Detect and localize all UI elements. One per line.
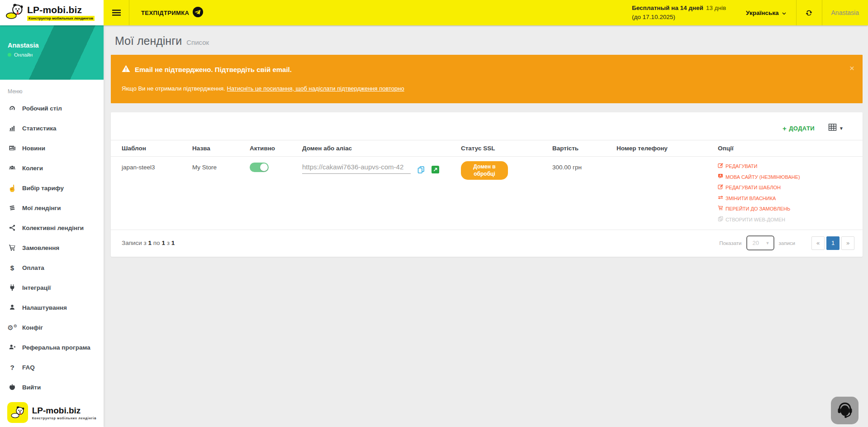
app: LP-mobi.biz Конструктор мобильных лендин… <box>0 0 868 427</box>
external-link-icon[interactable] <box>432 166 439 175</box>
trial-info: Бесплатный на 14 дней13 днів (до 17.10.2… <box>632 0 736 25</box>
option-go-to-orders[interactable]: ПЕРЕЙТИ ДО ЗАМОВЛЕНЬ <box>718 204 855 215</box>
trial-days-left: 13 днів <box>706 5 726 11</box>
tariff-hand-icon: ☝ <box>8 185 17 192</box>
exchange-icon <box>718 193 723 204</box>
headset-icon <box>836 401 854 421</box>
landings-panel: + ДОДАТИ ▼ Шаблон Назва Активно Домен аб… <box>111 112 863 257</box>
sidebar-user-status: Онлайн <box>8 52 104 58</box>
cell-domain <box>299 157 457 230</box>
page-1-button[interactable]: 1 <box>826 236 840 250</box>
table-header-row: Шаблон Назва Активно Домен або аліас Ста… <box>111 140 863 157</box>
cell-price: 300.00 грн <box>549 157 613 230</box>
cart-icon <box>8 244 17 251</box>
sidebar-nav: Робочий стіл Статистика Новини Колеги ☝ … <box>0 98 104 397</box>
prev-page-button[interactable]: « <box>811 236 825 250</box>
dollar-icon: $ <box>8 264 17 271</box>
chevron-down-icon <box>782 10 786 16</box>
sidebar-item-settings[interactable]: Налаштування <box>0 297 104 317</box>
refresh-icon[interactable] <box>797 0 822 25</box>
spacer <box>215 0 632 25</box>
landings-icon <box>8 204 17 211</box>
plug-icon <box>8 284 17 291</box>
sidebar-item-collective-landings[interactable]: Колективні лендінги <box>0 218 104 238</box>
active-toggle[interactable] <box>250 163 269 172</box>
caret-down-icon: ▼ <box>839 126 844 131</box>
alert-text: Якщо Ви не отримали підтвердження. <box>122 85 225 92</box>
alert-title: Email не підтверджено. Підтвердіть свій … <box>135 66 292 73</box>
power-icon <box>8 384 17 391</box>
dashboard-icon <box>8 105 17 112</box>
sidebar-item-news[interactable]: Новини <box>0 138 104 158</box>
records-info: Записи з 1 по 1 з 1 <box>122 240 175 246</box>
option-site-language[interactable]: МОВА САЙТУ (НЕЗМІНЮВАНЕ) <box>718 172 855 183</box>
dog-mascot-icon <box>5 3 24 22</box>
hamburger-menu-icon[interactable] <box>104 0 129 25</box>
records-label: записи <box>779 240 796 246</box>
domain-input[interactable] <box>302 162 411 174</box>
option-edit[interactable]: РЕДАГУВАТИ <box>718 161 855 172</box>
col-name: Назва <box>189 140 246 156</box>
main-content: Мої лендінги Список Email не підтверджен… <box>104 25 868 427</box>
sidebar-item-referral[interactable]: Реферальна програма <box>0 337 104 357</box>
question-icon: ? <box>8 364 17 371</box>
page-subtitle: Список <box>186 38 209 46</box>
show-label: Показати <box>719 240 741 246</box>
copy-icon[interactable] <box>417 166 425 175</box>
add-landing-button[interactable]: + ДОДАТИ <box>783 125 815 132</box>
sidebar-user-panel: Anastasia Онлайн <box>0 25 104 80</box>
language-selector[interactable]: Українська <box>736 0 796 25</box>
cell-name: My Store <box>189 157 246 230</box>
sidebar-item-tariff[interactable]: ☝ Вибір тарифу <box>0 178 104 198</box>
option-change-owner[interactable]: ЗМІНИТИ ВЛАСНИКА <box>718 193 855 204</box>
brand-logo[interactable]: LP-mobi.biz Конструктор мобильных лендин… <box>0 0 104 25</box>
clone-icon <box>718 215 723 225</box>
brand-tagline: Конструктор мобильных лендингов <box>27 16 95 21</box>
next-page-button[interactable]: » <box>841 236 854 250</box>
pagination-controls: Показати 20 ▼ записи « 1 » <box>719 235 854 250</box>
user-icon <box>8 304 17 311</box>
table-grid-icon <box>828 124 837 133</box>
sidebar-footer-logo[interactable]: LP-mobi.biz Конструктор мобільних лендін… <box>0 398 104 427</box>
caret-down-icon: ▼ <box>766 241 770 245</box>
telegram-icon <box>193 7 203 19</box>
col-template: Шаблон <box>118 140 189 156</box>
sidebar-item-logout[interactable]: Вийти <box>0 377 104 397</box>
column-settings-button[interactable]: ▼ <box>828 124 844 133</box>
col-domain: Домен або аліас <box>299 140 457 156</box>
resend-confirmation-link[interactable]: Натисніть це посилання, щоб надіслати пі… <box>227 85 404 92</box>
online-status-dot <box>8 53 11 57</box>
sidebar-item-colleagues[interactable]: Колеги <box>0 158 104 178</box>
edit-template-icon <box>718 182 723 193</box>
colleagues-icon <box>8 164 17 172</box>
orders-cart-icon <box>718 204 723 215</box>
dog-mascot-icon <box>7 402 28 423</box>
sidebar-item-faq[interactable]: ? FAQ <box>0 357 104 377</box>
header-username[interactable]: Anastasia <box>822 0 868 25</box>
page-size-select[interactable]: 20 ▼ <box>746 235 774 250</box>
sidebar-item-dashboard[interactable]: Робочий стіл <box>0 98 104 118</box>
trial-until: (до 17.10.2025) <box>632 13 726 22</box>
sidebar-item-orders[interactable]: Замовлення <box>0 238 104 258</box>
user-plus-icon <box>8 344 17 351</box>
option-create-web-domain: СТВОРИТИ WEB-ДОМЕН <box>718 215 855 225</box>
sidebar-item-payment[interactable]: $ Оплата <box>0 258 104 278</box>
sidebar-item-my-landings[interactable]: Мої лендінги <box>0 198 104 218</box>
sidebar-item-config[interactable]: ⚙⚙ Конфіг <box>0 317 104 337</box>
option-edit-template[interactable]: РЕДАГУВАТИ ШАБЛОН <box>718 182 855 193</box>
col-phone: Номер телефону <box>613 140 714 156</box>
share-icon <box>8 224 17 231</box>
close-icon[interactable]: × <box>849 64 854 72</box>
support-button[interactable]: ТЕХПІДТРИМКА <box>129 0 215 25</box>
cell-template: japan-steel3 <box>118 157 189 230</box>
sidebar-item-statistics[interactable]: Статистика <box>0 118 104 138</box>
brand-title: LP-mobi.biz <box>27 5 95 15</box>
page-head: Мої лендінги Список <box>115 34 863 48</box>
cell-ssl-status: Домен в обробці <box>457 157 549 230</box>
sidebar-item-integrations[interactable]: Інтеграції <box>0 278 104 297</box>
warning-triangle-icon <box>122 65 130 74</box>
support-chat-button[interactable] <box>831 397 859 424</box>
gears-icon: ⚙⚙ <box>8 324 17 331</box>
ssl-status-badge: Домен в обробці <box>461 161 508 180</box>
top-bar: LP-mobi.biz Конструктор мобильных лендин… <box>0 0 868 25</box>
